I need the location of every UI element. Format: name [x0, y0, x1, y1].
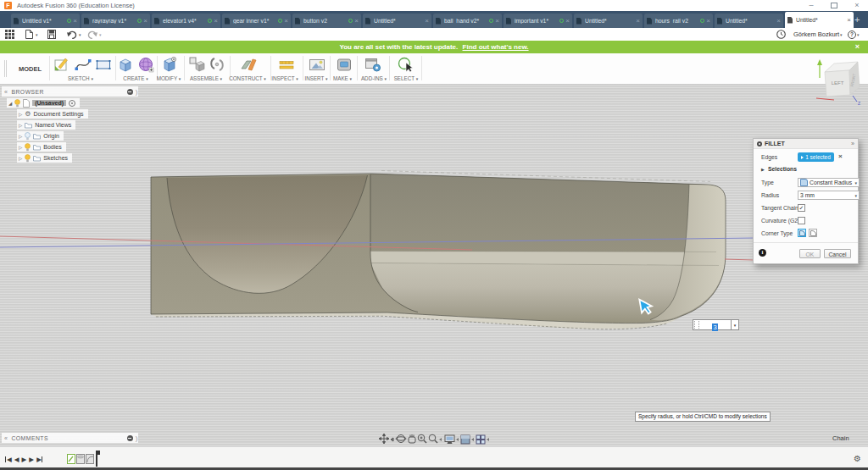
user-name[interactable]: Görkem Bozkurt	[793, 30, 839, 39]
document-tab[interactable]: rayrayray v1*×	[81, 14, 150, 28]
group-label-select[interactable]: SELECT ▾	[382, 75, 430, 81]
tab-close-icon[interactable]: ×	[214, 18, 218, 25]
tab-close-icon[interactable]: ×	[565, 18, 570, 25]
new-component-icon[interactable]	[187, 55, 206, 74]
collapse-panel-icon[interactable]: «	[4, 89, 8, 95]
ribbon-drag-handle[interactable]	[4, 60, 5, 77]
tab-close-icon[interactable]: ×	[706, 18, 710, 25]
view-cube[interactable]: LEFT FRONT Z	[805, 51, 868, 110]
play-icon[interactable]: ▶	[22, 456, 27, 463]
browser-item[interactable]: ▷ Origin	[17, 131, 64, 141]
job-status-clock-icon[interactable]	[776, 30, 786, 39]
minimize-button[interactable]: –	[805, 1, 817, 10]
user-menu-caret-icon[interactable]: ▾	[840, 32, 843, 37]
save-icon[interactable]	[47, 30, 56, 39]
help-icon[interactable]: ?	[848, 30, 856, 39]
document-tab[interactable]: Untitled*×	[574, 14, 643, 28]
workspace-selector[interactable]: MODEL	[19, 65, 42, 73]
corner-type-rolling-ball[interactable]	[798, 229, 806, 237]
tab-close-icon[interactable]: ×	[284, 18, 288, 25]
browser-item[interactable]: ▷ Sketches	[17, 153, 72, 163]
construct-plane-icon[interactable]	[240, 55, 259, 74]
whats-new-link[interactable]: Find out what's new.	[463, 43, 529, 51]
tab-close-icon[interactable]: ×	[425, 18, 429, 25]
visibility-bulb-icon[interactable]	[25, 132, 31, 141]
browser-item[interactable]: ▷ Named Views	[17, 120, 75, 130]
fillet-dialog-header[interactable]: FILLET »	[754, 139, 858, 149]
make-icon[interactable]	[335, 55, 353, 74]
dimension-value[interactable]: 3	[712, 323, 717, 331]
radius-dimension-input[interactable]: 3 ▾	[693, 319, 739, 330]
timeline-playback-controls[interactable]: ◀ ◀ ▶ ▶ ▶	[5, 456, 43, 463]
timeline-marker-handle[interactable]	[96, 451, 100, 455]
navigation-toolbar[interactable]	[379, 434, 498, 445]
browser-item[interactable]: ▷ Bodies	[17, 142, 66, 152]
collapse-panel-icon[interactable]: «	[4, 435, 8, 441]
expand-icon[interactable]: ▷	[19, 112, 22, 117]
skip-start-icon[interactable]: ◀	[7, 456, 12, 463]
select-icon[interactable]	[396, 55, 415, 74]
document-tab[interactable]: important v1*×	[504, 14, 572, 28]
new-tab-button[interactable]: +	[854, 14, 860, 25]
file-menu-caret-icon[interactable]: ▾	[36, 32, 38, 37]
add-ins-icon[interactable]	[364, 55, 382, 74]
tab-close-icon[interactable]: ×	[636, 18, 640, 25]
undo-caret-icon[interactable]: ▾	[79, 32, 81, 37]
radius-input[interactable]: 3 mm▾	[798, 191, 860, 200]
edges-selected-chip[interactable]: 1 selected	[798, 152, 834, 162]
selections-expand-icon[interactable]: ▶	[761, 167, 765, 172]
3d-viewport[interactable]	[0, 85, 868, 446]
expand-icon[interactable]: ▷	[19, 123, 22, 128]
spline-icon[interactable]	[74, 55, 92, 74]
document-tab[interactable]: Untitled*×	[363, 14, 431, 28]
ok-button[interactable]: OK	[799, 249, 821, 258]
document-tab-active[interactable]: Untitled*×	[785, 12, 854, 28]
visibility-bulb-icon[interactable]	[25, 143, 31, 152]
document-tab[interactable]: elevator1 v4*×	[152, 14, 220, 28]
dialog-expand-icon[interactable]: »	[851, 141, 854, 147]
help-caret-icon[interactable]: ▾	[857, 32, 860, 37]
dimension-dropdown-icon[interactable]: ▾	[732, 319, 739, 330]
curvature-checkbox[interactable]	[798, 217, 805, 224]
redo-icon[interactable]	[87, 30, 97, 39]
close-button[interactable]: ×	[851, 1, 863, 10]
measure-icon[interactable]	[277, 55, 296, 74]
expand-icon[interactable]: ▷	[19, 145, 22, 150]
maximize-button[interactable]	[831, 3, 837, 8]
rectangle-sketch-icon[interactable]	[94, 55, 113, 74]
tab-close-icon[interactable]: ×	[847, 17, 851, 24]
browser-root-row[interactable]: ◢ (Unsaved)	[7, 98, 80, 108]
clear-selection-icon[interactable]: ×	[838, 152, 843, 160]
expand-icon[interactable]: ▷	[19, 134, 22, 139]
tab-close-icon[interactable]: ×	[354, 18, 359, 25]
document-tab[interactable]: Untitled*×	[715, 14, 783, 28]
panel-handle-icon[interactable]: )	[136, 434, 138, 442]
timeline-features[interactable]	[67, 453, 99, 465]
tab-close-icon[interactable]: ×	[776, 18, 781, 25]
browser-root-label[interactable]: (Unsaved)	[32, 100, 66, 106]
create-form-icon[interactable]	[136, 55, 155, 74]
press-pull-icon[interactable]	[160, 55, 179, 74]
document-tab[interactable]: button v2×	[292, 14, 361, 28]
fillet-type-dropdown[interactable]: Constant Radius▾	[798, 178, 860, 187]
expand-icon[interactable]: ▷	[19, 156, 22, 161]
insert-image-icon[interactable]	[308, 55, 326, 74]
tab-close-icon[interactable]: ×	[495, 18, 499, 25]
activate-component-icon[interactable]	[69, 100, 75, 107]
visibility-bulb-icon[interactable]	[14, 99, 20, 108]
settings-gear-icon[interactable]: ⚙	[854, 454, 861, 463]
document-tab[interactable]: Untitled v1*×	[11, 14, 80, 28]
document-tab[interactable]: hours_rail v2×	[644, 14, 713, 28]
comments-panel-header[interactable]: « COMMENTS )	[2, 433, 138, 443]
cancel-button[interactable]: Cancel	[824, 249, 851, 258]
panel-options-icon[interactable]	[127, 89, 133, 95]
browser-item[interactable]: ▷ ⚙ Document Settings	[17, 109, 88, 119]
group-label-sketch[interactable]: SKETCH ▾	[57, 75, 104, 81]
tab-close-icon[interactable]: ×	[143, 18, 147, 25]
skip-start-icon[interactable]	[5, 456, 6, 462]
joint-icon[interactable]	[208, 55, 226, 74]
tab-close-icon[interactable]: ×	[73, 18, 77, 25]
browser-panel-header[interactable]: « BROWSER )	[2, 86, 138, 97]
spinner-caret-icon[interactable]: ▾	[854, 193, 857, 198]
document-tab[interactable]: gear inner v1*×	[222, 14, 291, 28]
